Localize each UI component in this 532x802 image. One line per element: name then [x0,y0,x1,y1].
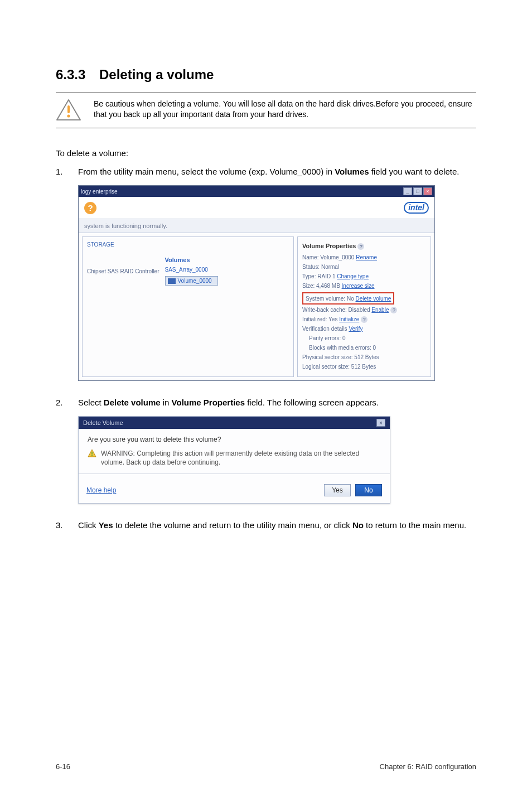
step-1-text-a: From the utility main menu, select the v… [78,167,335,176]
yes-button[interactable]: Yes [324,484,351,496]
help-badge-icon[interactable]: ? [357,243,364,250]
rename-link[interactable]: Rename [356,254,377,260]
s1-tree-col: Volumes SAS_Array_0000 Volume_0000 [165,257,218,286]
rule-bottom [56,128,476,128]
prop-cache: Write-back cache: Disabled Enable? [302,306,426,314]
prop-parity: Parity errors: 0 [302,334,426,342]
dialog-question: Are you sure you want to delete this vol… [88,436,381,443]
intro-text: To delete a volume: [56,148,476,158]
delete-volume-link[interactable]: Delete volume [355,296,391,302]
s1-window-title: logy enterprise [81,189,118,195]
volume-chip-label: Volume_0000 [178,278,212,284]
close-button[interactable]: × [423,187,432,195]
step-3: 3. Click Yes to delete the volume and re… [56,519,476,531]
prop-size: Size: 4,468 MB Increase size [302,282,426,290]
volume-chip[interactable]: Volume_0000 [165,276,218,286]
prop-init-text: Initialized: Yes [302,316,339,322]
svg-rect-4 [91,452,93,455]
step-2-num: 2. [56,397,78,408]
help-badge-icon-3[interactable]: ? [361,316,367,323]
step-2-body: Select Delete volume in Volume Propertie… [78,397,476,408]
screenshot-2-wrap: Delete Volume × Are you sure you want to… [56,416,476,504]
heading-title: Deleting a volume [99,67,214,82]
prop-type: Type: RAID 1 Change type [302,272,426,281]
enable-cache-link[interactable]: Enable [371,307,389,313]
step-1-num: 1. [56,166,78,177]
svg-point-2 [67,114,70,117]
delete-volume-highlight: System volume: No Delete volume [302,292,394,305]
volume-icon [168,278,176,284]
increase-size-link[interactable]: Increase size [342,283,375,289]
s1-body: STORAGE Chipset SAS RAID Controller Volu… [79,233,434,380]
dialog-warning-text: WARNING: Completing this action will per… [101,449,381,467]
s1-header: ? intel [79,197,434,219]
page-footer: 6-16 Chapter 6: RAID configuration [56,762,476,771]
intel-logo: intel [404,202,429,214]
more-help-link[interactable]: More help [86,486,116,494]
step-3-num: 3. [56,519,78,531]
dialog-warning: WARNING: Completing this action will per… [88,449,381,467]
heading-number: 6.3.3 [56,67,99,83]
dialog-close-button[interactable]: × [376,419,385,427]
step-3-mid: to delete the volume and return to the u… [113,520,352,530]
prop-name: Name: Volume_0000 Rename [302,253,426,262]
volumes-label: Volumes [165,257,218,263]
s1-tree: Chipset SAS RAID Controller Volumes SAS_… [87,257,289,286]
step-2-a: Select [78,398,104,407]
change-type-link[interactable]: Change type [337,273,369,279]
dialog-buttons: Yes No [324,484,382,496]
chapter-label: Chapter 6: RAID configuration [380,762,476,771]
step-1-bold: Volumes [335,167,369,176]
prop-size-text: Size: 4,468 MB [302,283,342,289]
prop-sysvol-text: System volume: No [306,296,355,302]
verify-link[interactable]: Verify [349,326,362,332]
s1-status-text: system is functioning normally. [79,219,434,233]
step-2-mid: in [161,398,172,407]
step-3-a: Click [78,520,99,530]
no-button[interactable]: No [355,484,382,496]
step-1: 1. From the utility main menu, select th… [56,166,476,177]
s1-controller-label[interactable]: Chipset SAS RAID Controller [87,268,159,274]
screenshot-1-wrap: logy enterprise _ □ × ? intel system is … [56,185,476,381]
s1-window-controls: _ □ × [403,187,432,195]
prop-verify: Verification details Verify [302,325,426,333]
page: 6.3.3Deleting a volume Be cautious when … [0,0,532,802]
step-3-after: to return to the main menu. [364,520,466,530]
svg-rect-5 [91,455,93,456]
caution-text: Be cautious when deleting a volume. You … [94,99,476,121]
maximize-button[interactable]: □ [413,187,422,195]
step-2: 2. Select Delete volume in Volume Proper… [56,397,476,408]
prop-status: Status: Normal [302,263,426,271]
prop-phys-sector: Physical sector size: 512 Bytes [302,353,426,361]
step-2-after: field. The following screen appears. [245,398,379,407]
step-3-b1: Yes [99,520,113,530]
step-1-text-b: field you want to delete. [369,167,460,176]
initialize-link[interactable]: Initialize [339,316,359,322]
step-1-body: From the utility main menu, select the v… [78,166,476,177]
dialog-titlebar: Delete Volume × [79,417,390,429]
dialog-divider [79,474,390,474]
warning-triangle-icon [88,449,96,458]
screenshot-1: logy enterprise _ □ × ? intel system is … [78,185,435,381]
warning-icon [56,99,81,121]
page-number: 6-16 [56,762,70,771]
array-link[interactable]: SAS_Array_0000 [165,267,218,273]
caution-callout: Be cautious when deleting a volume. You … [56,93,476,128]
help-icon[interactable]: ? [84,202,96,214]
dialog-body: Are you sure you want to delete this vol… [79,429,390,479]
step-2-b1: Delete volume [104,398,161,407]
s1-left-panel: STORAGE Chipset SAS RAID Controller Volu… [82,236,294,377]
prop-log-sector: Logical sector size: 512 Bytes [302,363,426,371]
s1-titlebar: logy enterprise _ □ × [79,186,434,197]
step-3-b2: No [352,520,364,530]
minimize-button[interactable]: _ [403,187,412,195]
help-badge-icon-2[interactable]: ? [390,307,397,313]
prop-init: Initialized: Yes Initialize? [302,315,426,323]
svg-rect-1 [67,105,70,113]
prop-type-text: Type: RAID 1 [302,273,337,279]
prop-name-text: Name: Volume_0000 [302,254,356,260]
prop-verify-text: Verification details [302,326,349,332]
volume-properties-title: Volume Properties? [302,241,426,251]
delete-volume-dialog: Delete Volume × Are you sure you want to… [78,416,390,504]
step-3-body: Click Yes to delete the volume and retur… [78,519,476,531]
